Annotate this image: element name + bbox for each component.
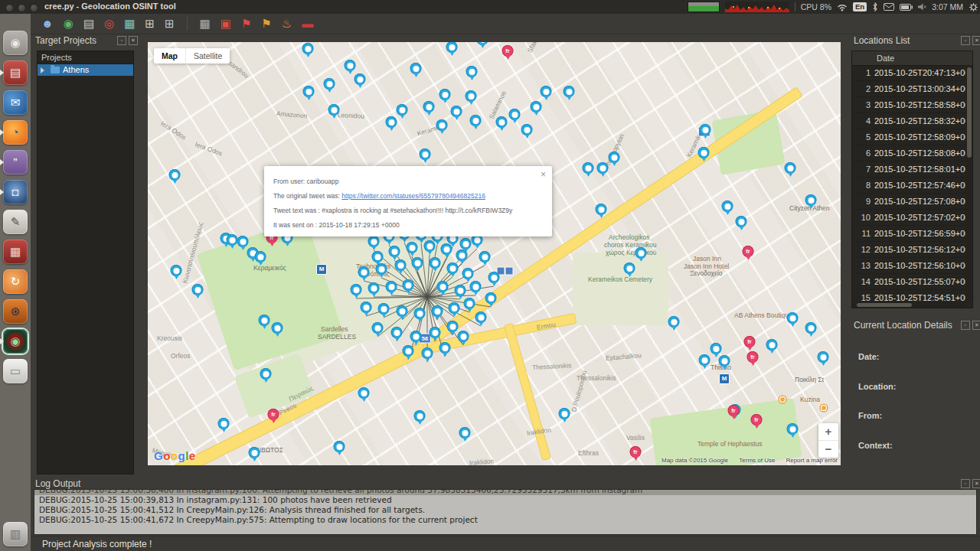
map-marker-twitter[interactable] <box>766 339 778 350</box>
table-row[interactable]: 22015-10-25T13:00:34+00: <box>852 81 965 97</box>
map-marker-twitter[interactable] <box>787 312 799 324</box>
add-document-icon[interactable]: ⊞ <box>165 15 175 33</box>
map-marker-twitter[interactable] <box>386 281 397 292</box>
map-marker-twitter[interactable] <box>583 162 594 174</box>
map-marker-twitter[interactable] <box>668 316 680 328</box>
dock-close-button[interactable]: ✕ <box>972 479 980 488</box>
map-marker-twitter[interactable] <box>192 284 204 295</box>
map-marker-twitter[interactable] <box>358 266 370 278</box>
map-marker-twitter[interactable] <box>361 302 372 313</box>
map-marker-twitter[interactable] <box>386 116 397 128</box>
map-marker-twitter[interactable] <box>458 331 469 342</box>
map-marker-twitter[interactable] <box>328 104 340 116</box>
launcher-item-thunderbird[interactable]: ✉ <box>3 90 28 115</box>
map-marker-twitter[interactable] <box>432 305 443 317</box>
satellite-view-button[interactable]: Satellite <box>185 48 230 64</box>
launcher-item-trash[interactable]: ▥ <box>3 522 28 546</box>
table-row[interactable]: 72015-10-25T12:58:01+00: <box>852 161 965 178</box>
popup-close-icon[interactable]: × <box>541 169 546 180</box>
dock-float-button[interactable]: ▫ <box>961 36 970 45</box>
map-marker-twitter[interactable] <box>420 148 431 160</box>
dock-close-button[interactable]: ✕ <box>972 321 980 330</box>
map-marker-twitter[interactable] <box>456 249 468 261</box>
report-map-error-link[interactable]: Report a map error <box>786 457 838 464</box>
horizontal-scrollbar[interactable] <box>852 302 965 308</box>
map-marker-twitter[interactable] <box>635 247 647 259</box>
browser-window-icon[interactable]: ▤ <box>83 15 94 33</box>
map-marker-twitter[interactable] <box>470 115 482 126</box>
image-icon[interactable]: ▦ <box>124 15 135 33</box>
map-marker-twitter[interactable] <box>227 234 238 246</box>
map-marker-twitter[interactable] <box>259 315 270 326</box>
map-marker-twitter[interactable] <box>439 342 451 354</box>
world-icon[interactable]: ◉ <box>64 15 74 33</box>
clock[interactable]: 3:07 ΜΜ <box>932 2 963 11</box>
map-marker-twitter[interactable] <box>722 201 733 212</box>
map-marker-twitter[interactable] <box>391 327 403 338</box>
calendar-icon[interactable]: ▣ <box>220 15 231 33</box>
flame-icon[interactable]: ♨ <box>282 15 292 33</box>
map-marker-twitter[interactable] <box>447 262 459 274</box>
map-marker-twitter[interactable] <box>470 281 482 292</box>
map-marker-twitter[interactable] <box>410 331 422 342</box>
map-marker-twitter[interactable] <box>397 305 408 317</box>
map-marker-flickr[interactable]: fr <box>268 409 279 420</box>
cpu-indicator[interactable]: CPU 8% <box>801 2 831 11</box>
dock-float-button[interactable]: ▫ <box>961 479 970 488</box>
dock-close-button[interactable]: ✕ <box>129 36 138 45</box>
table-row[interactable]: 102015-10-25T12:57:02+00: <box>852 210 965 226</box>
table-row[interactable]: 52015-10-25T12:58:09+00: <box>852 129 965 145</box>
map-marker-twitter[interactable] <box>596 204 607 215</box>
table-row[interactable]: 92015-10-25T12:57:08+00: <box>852 194 965 210</box>
map-marker-flickr[interactable]: fr <box>630 446 642 458</box>
date-column-header[interactable]: Date <box>852 51 972 66</box>
bluetooth-icon[interactable] <box>872 2 878 11</box>
map-marker-flickr[interactable]: fr <box>744 336 756 347</box>
map-marker-twitter[interactable] <box>787 423 799 435</box>
map-marker-twitter[interactable] <box>699 354 710 366</box>
map-marker-twitter[interactable] <box>485 292 497 304</box>
map-marker-twitter[interactable] <box>255 251 266 262</box>
map-marker-instagram[interactable] <box>821 405 828 412</box>
dock-float-button[interactable]: ▫ <box>961 321 970 330</box>
map-marker-twitter[interactable] <box>354 73 366 85</box>
map-marker-twitter[interactable] <box>710 343 722 354</box>
map-marker-twitter[interactable] <box>464 298 475 309</box>
map-view-button[interactable]: Map <box>154 48 185 64</box>
add-person-icon[interactable]: ☻ <box>41 15 54 33</box>
map-marker-twitter[interactable] <box>700 124 711 135</box>
window-minimize-button[interactable] <box>18 4 26 12</box>
session-gear-icon[interactable] <box>969 2 978 12</box>
zoom-in-button[interactable]: + <box>818 423 838 441</box>
map-marker-twitter[interactable] <box>609 152 620 163</box>
table-row[interactable]: 42015-10-25T12:58:32+00: <box>852 113 965 129</box>
metro-station-icon[interactable]: M <box>316 264 327 275</box>
launcher-item-workspace-switcher[interactable]: ▦ <box>3 240 28 264</box>
expand-arrow-icon[interactable] <box>41 67 47 73</box>
mail-icon[interactable] <box>884 3 894 11</box>
map-marker-twitter[interactable] <box>378 303 390 315</box>
map-marker-twitter[interactable] <box>441 243 452 255</box>
map-marker-twitter[interactable] <box>395 259 407 271</box>
map-marker-twitter[interactable] <box>302 43 314 54</box>
map-marker-twitter[interactable] <box>447 321 459 332</box>
map-marker-twitter[interactable] <box>475 311 487 323</box>
map-marker-twitter[interactable] <box>466 90 477 102</box>
table-row[interactable]: 32015-10-25T12:58:58+00: <box>852 97 965 113</box>
map-marker-twitter[interactable] <box>324 78 335 90</box>
map-marker-flickr[interactable]: fr <box>502 45 514 57</box>
memory-load-graph[interactable] <box>688 2 720 12</box>
map-marker-twitter[interactable] <box>559 408 570 419</box>
map-marker-twitter[interactable] <box>451 106 462 117</box>
target-icon[interactable]: ◎ <box>104 15 114 33</box>
terms-of-use-link[interactable]: Terms of Use <box>739 457 775 464</box>
map-marker-flickr[interactable]: fr <box>728 405 740 416</box>
map-marker-twitter[interactable] <box>509 109 521 120</box>
map-marker-flickr[interactable]: fr <box>751 414 763 425</box>
table-row[interactable]: 12015-10-25T20:47:13+00: <box>852 65 965 81</box>
map-marker-flickr[interactable]: fr <box>747 351 759 363</box>
map-marker-twitter[interactable] <box>462 268 474 279</box>
table-row[interactable]: 142015-10-25T12:55:07+00: <box>852 274 965 290</box>
battery-icon[interactable] <box>900 4 913 11</box>
map-marker-twitter[interactable] <box>698 147 710 158</box>
